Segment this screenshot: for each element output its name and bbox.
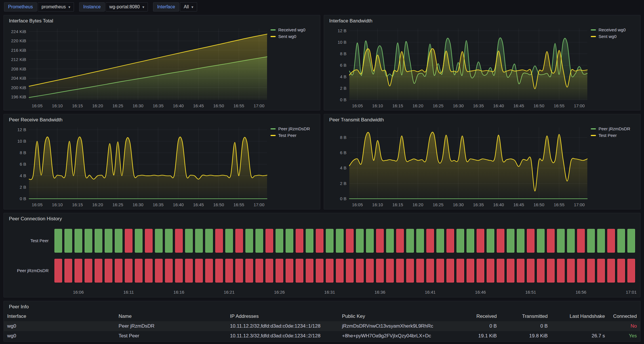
dashboard-controls: Prometheus prometheus ▾ Instance wg-port… [0,0,644,14]
panel-body: 0 B2 B4 B6 B8 B16:0516:1016:1516:2016:25… [324,123,640,209]
legend-item-sent-wg0[interactable]: Sent wg0 [270,34,317,39]
svg-text:16:45: 16:45 [193,103,204,108]
cell-ips: 10.11.12.3/32,fdfd:d3ad:c0de:1234::2/128 [226,331,338,341]
svg-text:16:40: 16:40 [493,103,504,108]
interface-bytes-total-chart[interactable]: 196 KiB200 KiB204 KiB208 KiB212 KiB216 K… [4,24,270,110]
var-select-instance[interactable]: wg-portal:8080 ▾ [106,2,148,12]
column-header-last-handshake[interactable]: Last Handshake [551,311,608,321]
column-header-received[interactable]: Received [449,311,500,321]
column-header-connected[interactable]: Connected [608,311,640,321]
svg-text:0 B: 0 B [20,196,26,201]
legend-label: Sent wg0 [278,34,296,39]
legend-item-peer-jrzmdsdr[interactable]: Peer jRzmDsDR [591,126,637,131]
panel-title-peer-connection-history[interactable]: Peer Connection History [4,213,640,222]
svg-text:16:46: 16:46 [475,290,486,295]
cell-transmitted: 0 B [500,321,551,331]
svg-text:16:55: 16:55 [233,103,244,108]
svg-text:16:26: 16:26 [274,290,285,295]
svg-text:6 B: 6 B [340,150,346,155]
legend-label: Peer jRzmDsDR [599,126,630,131]
column-header-interface[interactable]: Interface [4,311,115,321]
svg-text:16:40: 16:40 [493,202,504,207]
svg-text:220 KiB: 220 KiB [11,38,26,43]
column-header-public-key[interactable]: Public Key [338,311,449,321]
svg-text:10 B: 10 B [338,40,346,45]
legend-item-sent-wg0[interactable]: Sent wg0 [591,34,637,39]
svg-text:4 B: 4 B [340,74,346,79]
column-header-name[interactable]: Name [115,311,226,321]
svg-text:16:55: 16:55 [554,103,565,108]
svg-text:204 KiB: 204 KiB [11,76,26,81]
var-select-interface[interactable]: All ▾ [180,2,197,12]
svg-text:17:00: 17:00 [254,202,264,207]
svg-text:212 KiB: 212 KiB [11,57,26,62]
series-marker [270,135,276,136]
var-select-prometheus[interactable]: prometheus ▾ [38,2,74,12]
svg-text:16:15: 16:15 [72,103,83,108]
svg-text:12 B: 12 B [17,127,26,132]
svg-text:16:51: 16:51 [525,290,536,295]
legend-item-peer-jrzmdsdr[interactable]: Peer jRzmDsDR [270,126,317,131]
svg-text:16:10: 16:10 [372,103,383,108]
cell-handshake: 26.7 s [551,331,608,341]
svg-text:0 B: 0 B [340,196,346,201]
table-row: wg0 Test Peer 10.11.12.3/32,fdfd:d3ad:c0… [4,331,640,341]
legend-item-received-wg0[interactable]: Received wg0 [270,27,317,32]
series-marker [591,135,596,136]
svg-text:8 B: 8 B [340,51,346,56]
series-marker [591,36,596,37]
series-marker [591,29,596,30]
svg-text:16:16: 16:16 [174,290,184,295]
svg-text:10 B: 10 B [17,139,26,144]
svg-text:2 B: 2 B [20,185,26,190]
series-marker [270,128,276,129]
peer-transmit-bandwidth-chart[interactable]: 0 B2 B4 B6 B8 B16:0516:1016:1516:2016:25… [324,123,591,209]
panel-title-peer-transmit-bandwidth[interactable]: Peer Transmit Bandwidth [324,114,640,123]
cell-connected: No [608,321,640,331]
column-header-transmitted[interactable]: Transmitted [500,311,551,321]
legend-label: Sent wg0 [599,34,617,39]
panel-title-peer-receive-bandwidth[interactable]: Peer Receive Bandwidth [4,114,320,123]
svg-text:17:00: 17:00 [574,202,585,207]
panel-title-interface-bytes-total[interactable]: Interface Bytes Total [4,15,320,24]
panel-title-interface-bandwidth[interactable]: Interface Bandwidth [324,15,640,24]
peer-connection-history-chart[interactable]: 16:0616:1116:1616:2116:2616:3116:3616:41… [4,222,640,297]
panel-interface-bytes-total: Interface Bytes Total 196 KiB200 KiB204 … [3,15,320,110]
panel-body: 0 B2 B4 B6 B8 B10 B12 B16:0516:1016:1516… [324,24,640,110]
peer-receive-bandwidth-chart[interactable]: 0 B2 B4 B6 B8 B10 B12 B16:0516:1016:1516… [4,123,270,209]
svg-text:16:45: 16:45 [513,202,524,207]
series-marker [270,36,276,37]
svg-text:16:21: 16:21 [224,290,235,295]
svg-text:16:35: 16:35 [473,202,484,207]
var-group-interface: Interface All ▾ [153,2,197,12]
peer-info-table: Interface Name IP Addresses Public Key R… [4,311,640,341]
var-value-prometheus: prometheus [41,4,66,9]
svg-text:200 KiB: 200 KiB [11,85,26,90]
svg-text:16:45: 16:45 [193,202,204,207]
svg-text:16:50: 16:50 [534,103,544,108]
svg-text:16:30: 16:30 [453,103,464,108]
legend-label: Peer jRzmDsDR [278,126,310,131]
interface-bandwidth-chart[interactable]: 0 B2 B4 B6 B8 B10 B12 B16:0516:1016:1516… [324,24,591,110]
column-header-ip-addresses[interactable]: IP Addresses [226,311,338,321]
svg-text:16:20: 16:20 [92,103,103,108]
svg-text:16:15: 16:15 [392,202,403,207]
cell-name: Test Peer [115,331,226,341]
svg-text:16:56: 16:56 [576,290,586,295]
svg-text:224 KiB: 224 KiB [11,29,26,34]
legend-item-test-peer[interactable]: Test Peer [591,133,637,138]
svg-text:16:05: 16:05 [352,103,363,108]
svg-text:16:25: 16:25 [113,202,123,207]
legend-item-received-wg0[interactable]: Received wg0 [591,27,637,32]
var-label-interface: Interface [153,2,179,12]
svg-text:16:15: 16:15 [392,103,403,108]
cell-handshake [551,321,608,331]
svg-text:16:10: 16:10 [52,103,63,108]
svg-text:2 B: 2 B [340,181,346,186]
legend-label: Test Peer [278,133,296,138]
svg-text:16:05: 16:05 [352,202,363,207]
panel-title-peer-info[interactable]: Peer Info [4,301,640,310]
legend-item-test-peer[interactable]: Test Peer [270,133,317,138]
var-group-instance: Instance wg-portal:8080 ▾ [79,2,148,12]
legend: Received wg0 Sent wg0 [270,24,320,110]
